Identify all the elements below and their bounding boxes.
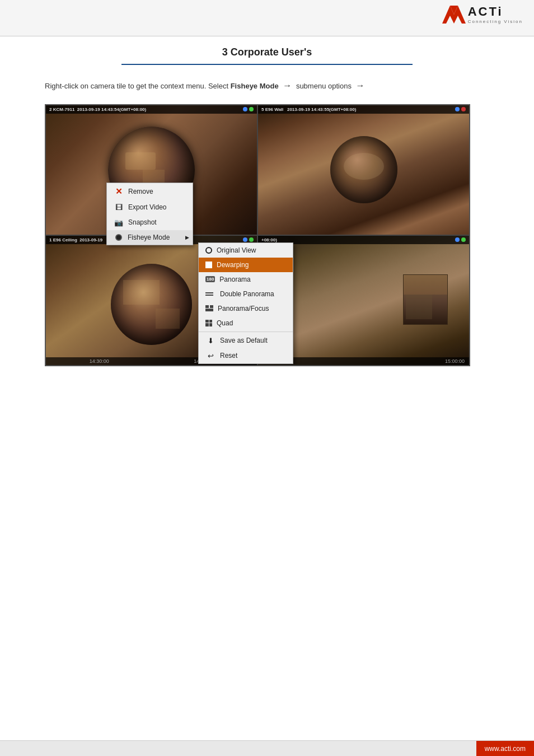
dewarping-label: Dewarping <box>217 261 249 269</box>
circle-outline-icon <box>205 247 212 254</box>
acti-logo-icon <box>442 6 466 24</box>
website-text: www.acti.com <box>485 745 526 753</box>
cam2-view <box>258 105 469 235</box>
body-text: Right-click on camera tile to get the co… <box>0 69 534 100</box>
submenu-item-panorama[interactable]: 180 Panorama <box>199 272 293 287</box>
cam4-dot-blue <box>455 237 460 242</box>
page-footer: www.acti.com <box>0 740 534 756</box>
submenu-item-save[interactable]: ⬇ Save as Default <box>199 333 293 348</box>
submenu-item-panorama-focus[interactable]: Panorama/Focus <box>199 301 293 316</box>
reset-icon: ↩ <box>205 352 216 360</box>
cam3-title: 1 E96 Ceiling 2013-09-19 <box>49 237 102 242</box>
export-label: Export Video <box>128 203 167 211</box>
remove-label: Remove <box>128 188 153 195</box>
logo-tagline-text: Connecting Vision <box>468 19 523 24</box>
double-lines-icon <box>205 292 216 296</box>
camera-header-1: 2 KCM-7911 2013-09-19 14:43:54(GMT+08:00… <box>46 105 257 114</box>
cam3-fisheye-circle <box>111 264 192 345</box>
double-panorama-label: Double Panorama <box>220 290 274 298</box>
arrow2: → <box>356 81 365 90</box>
fisheye-submenu: Original View Dewarping 180 Panorama Dou… <box>198 242 293 364</box>
menu-item-snapshot[interactable]: 📷 Snapshot <box>107 215 193 230</box>
square-icon <box>205 262 212 268</box>
cam2-dot-red <box>461 107 466 111</box>
menu-item-remove[interactable]: ✕ Remove <box>107 183 193 200</box>
title-divider <box>121 64 413 65</box>
film-icon: 🎞 <box>114 203 124 212</box>
panorama-label: Panorama <box>219 276 250 283</box>
cam2-title: 5 E96 Wall 2013-09-19 14:43:55(GMT+08:00… <box>261 107 356 112</box>
camera-snap-icon: 📷 <box>114 218 124 227</box>
submenu-item-dewarping[interactable]: Dewarping <box>199 258 293 272</box>
fisheye-mode-label: Fisheye Mode <box>128 234 170 241</box>
context-menu: ✕ Remove 🎞 Export Video 📷 Snapshot Fishe… <box>106 183 193 245</box>
cam1-dot-green <box>249 107 254 111</box>
cam4-title: +08:00) <box>261 237 277 242</box>
180-icon: 180 <box>205 276 215 282</box>
cam3-dot-green <box>249 237 254 242</box>
footer-website: www.acti.com <box>476 741 534 756</box>
submenu-divider <box>199 332 293 332</box>
submenu-item-original[interactable]: Original View <box>199 243 293 258</box>
cam4-time: 15:00:00 <box>445 358 465 364</box>
split-icon <box>205 305 213 312</box>
camera-cell-2: 5 E96 Wall 2013-09-19 14:43:55(GMT+08:00… <box>257 105 469 235</box>
cam3-dot-blue <box>243 237 247 242</box>
menu-item-export[interactable]: 🎞 Export Video <box>107 200 193 215</box>
cam4-dot-green <box>461 237 466 242</box>
reset-label: Reset <box>220 352 237 360</box>
logo-acti-text: ACTi <box>468 4 523 19</box>
cam1-dot-blue <box>243 107 247 111</box>
logo-area: ACTi Connecting Vision <box>442 4 523 24</box>
panorama-focus-label: Panorama/Focus <box>218 305 269 312</box>
save-icon: ⬇ <box>205 337 216 345</box>
title-section: 3 Corporate User's <box>0 36 534 69</box>
menu-item-fisheye[interactable]: Fisheye Mode ▶ <box>107 230 193 245</box>
submenu-item-reset[interactable]: ↩ Reset <box>199 348 293 363</box>
cam1-title: 2 KCM-7911 2013-09-19 14:43:54(GMT+08:00… <box>49 107 146 112</box>
page-title: 3 Corporate User's <box>0 46 534 58</box>
quad-label: Quad <box>217 319 233 327</box>
arrow1: → <box>283 81 292 90</box>
screenshot-container: 2 KCM-7911 2013-09-19 14:43:54(GMT+08:00… <box>45 104 470 366</box>
cam2-dot-blue <box>455 107 460 111</box>
header: ACTi Connecting Vision <box>0 0 534 36</box>
camera-header-2: 5 E96 Wall 2013-09-19 14:43:55(GMT+08:00… <box>258 105 469 114</box>
quad-icon <box>205 320 212 326</box>
save-default-label: Save as Default <box>220 337 268 344</box>
submenu-item-quad[interactable]: Quad <box>199 316 293 330</box>
x-icon: ✕ <box>114 186 124 197</box>
submenu-arrow-icon: ▶ <box>185 235 189 240</box>
snapshot-label: Snapshot <box>128 218 157 226</box>
circle-icon <box>115 234 122 241</box>
original-view-label: Original View <box>217 246 256 254</box>
submenu-item-double-panorama[interactable]: Double Panorama <box>199 287 293 301</box>
cam3-time1: 14:30:00 <box>90 358 109 364</box>
